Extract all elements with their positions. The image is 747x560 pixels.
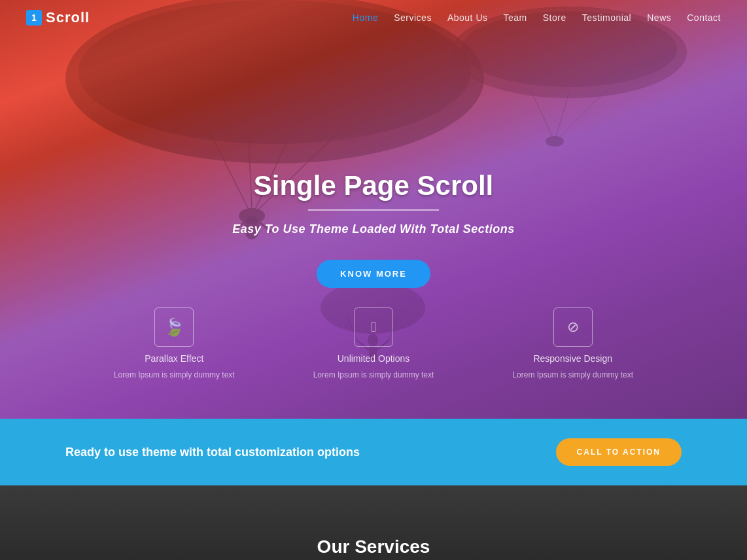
logo-number: 1 [26,10,42,26]
call-to-action-button[interactable]: CALL TO ACTION [556,438,682,466]
nav-team[interactable]: Team [504,12,527,23]
feature-parallax: 🍃 Parallax Effect Lorem Ipsum is simply … [114,307,235,379]
services-section: Our Services [0,485,747,560]
nav-home[interactable]: Home [353,12,378,23]
svg-line-13 [556,92,569,137]
feature-unlimited:  Unlimited Options Lorem Ipsum is simpl… [313,307,434,379]
responsive-icon: ⊘ [567,319,579,336]
nav-services[interactable]: Services [394,12,432,23]
responsive-label: Responsive Design [533,353,612,364]
hero-divider [308,209,439,211]
parallax-desc: Lorem Ipsum is simply dummy text [114,370,235,379]
logo: 1 Scroll [26,9,90,26]
features-row: 🍃 Parallax Effect Lorem Ipsum is simply … [0,307,747,379]
services-title: Our Services [317,536,430,557]
parallax-icon-box: 🍃 [154,307,194,347]
nav-about[interactable]: About Us [447,12,488,23]
header: 1 Scroll Home Services About Us Team Sto… [0,0,747,35]
parallax-label: Parallax Effect [145,353,203,364]
responsive-desc: Lorem Ipsum is simply dummy text [512,370,633,379]
hero-title: Single Page Scroll [232,170,515,201]
leaf-icon: 🍃 [164,317,184,338]
unlimited-icon-box:  [354,307,393,347]
responsive-icon-box: ⊘ [553,307,593,347]
svg-point-15 [546,136,564,147]
nav-testimonial[interactable]: Testimonial [582,12,632,23]
apple-icon:  [371,319,376,336]
nav-contact[interactable]: Contact [687,12,721,23]
know-more-button[interactable]: KNOW MORE [317,260,430,288]
logo-text: Scroll [46,9,90,26]
cta-banner-text: Ready to use theme with total customizat… [65,446,360,459]
unlimited-label: Unlimited Options [338,353,410,364]
hero-section: Single Page Scroll Easy To Use Theme Loa… [0,0,747,419]
main-nav: Home Services About Us Team Store Testim… [353,12,721,23]
nav-news[interactable]: News [647,12,671,23]
nav-store[interactable]: Store [543,12,566,23]
hero-content: Single Page Scroll Easy To Use Theme Loa… [232,131,515,288]
feature-responsive: ⊘ Responsive Design Lorem Ipsum is simpl… [512,307,633,379]
hero-subtitle: Easy To Use Theme Loaded With Total Sect… [232,222,515,236]
cta-banner: Ready to use theme with total customizat… [0,419,747,485]
unlimited-desc: Lorem Ipsum is simply dummy text [313,370,434,379]
